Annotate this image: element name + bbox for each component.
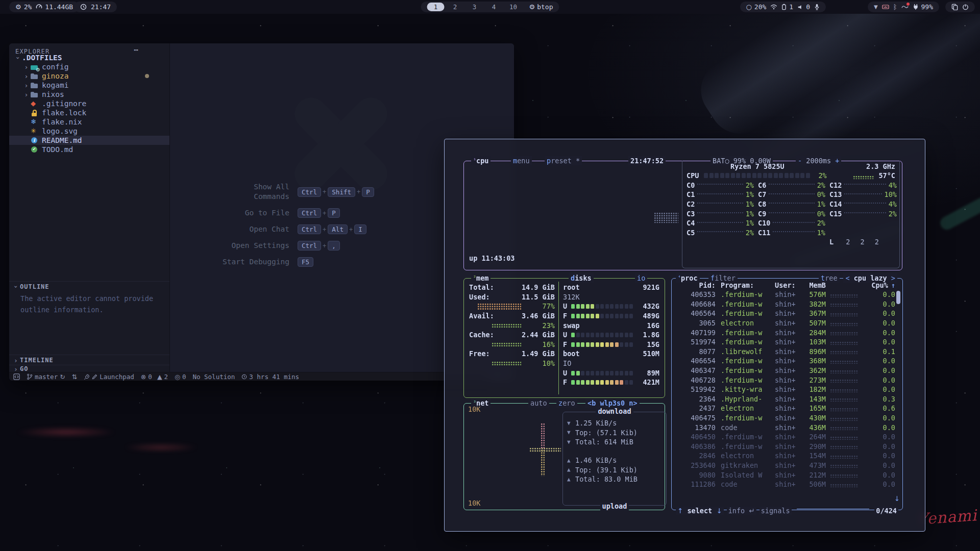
volume-indicator[interactable]: 0 bbox=[797, 3, 810, 11]
info-control[interactable]: info ↵ bbox=[727, 507, 756, 515]
brightness-indicator[interactable]: ○ 20% bbox=[746, 3, 767, 11]
system-stats-module[interactable]: ⚙ 2% 11.44GB bbox=[9, 2, 79, 12]
process-row[interactable]: 406684 .ferdium-w shin+ 382M 0.0 bbox=[672, 299, 902, 309]
process-row[interactable]: 406475 .ferdium-w shin+ 430M 0.0 bbox=[672, 413, 902, 423]
mem-free-pct: 10% bbox=[543, 359, 555, 367]
sort-prev-button[interactable]: < bbox=[845, 274, 849, 282]
workspace-button[interactable]: 2 bbox=[447, 3, 464, 11]
process-pid: 2364 bbox=[676, 395, 716, 403]
git-branch-indicator[interactable]: master ↻ bbox=[27, 373, 65, 381]
process-row[interactable]: 406347 .ferdium-w shin+ 362M 0.0 bbox=[672, 366, 902, 375]
process-user: shin+ bbox=[775, 385, 802, 393]
tree-item[interactable]: .gitignore bbox=[9, 99, 183, 108]
workspace-button[interactable]: 1 bbox=[427, 3, 445, 11]
problems-indicator[interactable]: ⊗ 0 ▲ 2 bbox=[141, 373, 168, 381]
process-row[interactable]: 253640 gitkraken shin+ 473M 0.0 bbox=[672, 461, 902, 470]
process-memory: 507M bbox=[802, 319, 826, 327]
sort-next-button[interactable]: > bbox=[891, 274, 895, 282]
time-tracked-value: 3 hrs 41 mins bbox=[249, 373, 299, 381]
workspace-button[interactable]: 10 bbox=[505, 3, 522, 11]
tree-root-item[interactable]: › .DOTFILES bbox=[9, 53, 175, 62]
power-module bbox=[945, 2, 975, 12]
process-memory: 290M bbox=[802, 442, 826, 450]
tree-item[interactable]: › ginoza bbox=[9, 71, 183, 81]
keyboard-layout-icon[interactable] bbox=[882, 4, 889, 10]
tree-item[interactable]: TODO.md bbox=[9, 145, 183, 154]
tree-item[interactable]: › config bbox=[9, 62, 183, 71]
battery-charging-indicator[interactable]: 99% bbox=[913, 3, 933, 11]
disk-size: 510M bbox=[643, 349, 659, 358]
disk-free-value: 489G bbox=[643, 312, 659, 320]
net-zero-toggle[interactable]: zero bbox=[556, 398, 577, 408]
file-type-icon bbox=[30, 100, 39, 108]
process-row[interactable]: 407199 .ferdium-w shin+ 284M 0.0 bbox=[672, 328, 902, 337]
launchpad-item[interactable]: Launchpad bbox=[84, 373, 134, 381]
workspace-button[interactable]: 3 bbox=[466, 3, 483, 11]
power-icon[interactable] bbox=[962, 4, 969, 10]
notification-icon[interactable] bbox=[901, 4, 909, 10]
wifi-indicator[interactable] bbox=[770, 4, 777, 10]
cpu-usage[interactable]: ⚙ 2% bbox=[15, 3, 32, 11]
git-compare-indicator[interactable]: ⇅ bbox=[72, 373, 77, 381]
core-label: C9 bbox=[758, 210, 766, 218]
process-row[interactable]: 111286 code shin+ 506M 0.0 bbox=[672, 480, 902, 489]
process-row[interactable]: 2437 electron shin+ 165M 0.6 bbox=[672, 404, 902, 413]
file-type-icon bbox=[30, 109, 39, 117]
process-scrollbar-thumb[interactable] bbox=[896, 291, 900, 304]
tree-item[interactable]: › kogami bbox=[9, 81, 183, 90]
scroll-down-icon[interactable]: ↓ bbox=[894, 494, 900, 503]
process-user: shin+ bbox=[775, 433, 802, 441]
process-row[interactable]: 406386 .ferdium-w shin+ 290M 0.0 bbox=[672, 442, 902, 452]
tree-item[interactable]: › nixos bbox=[9, 90, 183, 99]
process-memory: 182M bbox=[802, 385, 826, 393]
select-control[interactable]: ↑ select ↓ bbox=[676, 507, 724, 515]
time-tracker-indicator[interactable]: 3 hrs 41 mins bbox=[241, 373, 299, 381]
process-row[interactable]: 519942 .kitty-wra shin+ 182M 0.0 bbox=[672, 385, 902, 394]
solution-indicator[interactable]: No Solution bbox=[192, 373, 235, 381]
remote-indicator[interactable] bbox=[13, 373, 20, 380]
bluetooth-icon[interactable]: ᛒ bbox=[893, 3, 897, 11]
filter-button[interactable]: filter bbox=[708, 273, 738, 283]
microphone-indicator[interactable] bbox=[814, 4, 820, 10]
tree-toggle[interactable]: tree bbox=[819, 273, 840, 283]
memory-usage[interactable]: 11.44GB bbox=[36, 3, 73, 11]
active-window-title[interactable]: ⚙ btop bbox=[529, 3, 553, 11]
preset-button[interactable]: preset * bbox=[545, 156, 582, 165]
network-count-indicator[interactable]: 1 bbox=[781, 3, 793, 11]
clock-module[interactable]: 21:47 bbox=[74, 2, 117, 12]
menu-button[interactable]: menu bbox=[511, 156, 532, 165]
process-row[interactable]: 519974 .ferdium-w shin+ 103M 0.0 bbox=[672, 337, 902, 347]
tree-item[interactable]: flake.nix bbox=[9, 117, 183, 127]
core-label: C6 bbox=[758, 181, 766, 189]
process-row[interactable]: 406728 .ferdium-w shin+ 273M 0.0 bbox=[672, 375, 902, 385]
desktop: Yenami ⚙ 2% 11.44GB 21:47 1 2 bbox=[0, 0, 980, 551]
net-auto-toggle[interactable]: auto bbox=[528, 398, 549, 408]
tree-item[interactable]: flake.lock bbox=[9, 108, 183, 117]
tree-item[interactable]: logo.svg bbox=[9, 127, 183, 136]
core-pct: 1% bbox=[746, 210, 754, 218]
process-row[interactable]: 2364 .Hyprland- shin+ 143M 0.3 bbox=[672, 394, 902, 404]
core-label: C12 bbox=[829, 181, 842, 189]
process-row[interactable]: 3065 electron shin+ 507M 0.0 bbox=[672, 318, 902, 328]
signals-control[interactable]: signals bbox=[760, 507, 792, 515]
sort-selector[interactable]: < cpu lazy > bbox=[843, 273, 897, 283]
process-row[interactable]: 2846 electron shin+ 154M 0.0 bbox=[672, 451, 902, 461]
tray-arrow-icon[interactable]: ▼ bbox=[874, 4, 878, 10]
process-row[interactable]: 406564 .ferdium-w shin+ 367M 0.0 bbox=[672, 309, 902, 318]
process-pid: 407199 bbox=[676, 329, 716, 337]
timeline-section-header[interactable]: › TIMELINE bbox=[9, 355, 169, 365]
keyboard-shortcut-hints: Show All Commands Ctrl+Shift+P Go to Fil… bbox=[217, 182, 374, 267]
ports-indicator[interactable]: ◎ 0 bbox=[175, 373, 186, 381]
process-row[interactable]: 8077 .librewolf shin+ 896M 0.1 bbox=[672, 347, 902, 357]
process-row[interactable]: 406654 .ferdium-w shin+ 368M 0.0 bbox=[672, 356, 902, 366]
process-row[interactable]: 406450 .ferdium-w shin+ 264M 0.0 bbox=[672, 432, 902, 442]
process-row[interactable]: 406353 .ferdium-w shin+ 576M 0.0 bbox=[672, 290, 902, 299]
process-panel-title: ⁴proc bbox=[676, 273, 700, 283]
net-interface-selector[interactable]: <b wlp3s0 n> bbox=[585, 398, 640, 408]
tree-item[interactable]: README.md bbox=[9, 136, 183, 145]
clipboard-icon[interactable] bbox=[951, 4, 958, 10]
process-row[interactable]: 9080 Isolated W shin+ 212M 0.0 bbox=[672, 470, 902, 480]
process-row[interactable]: 13470 code shin+ 436M 0.0 bbox=[672, 422, 902, 432]
outline-section-header[interactable]: › OUTLINE bbox=[9, 281, 169, 292]
workspace-button[interactable]: 4 bbox=[485, 3, 503, 11]
